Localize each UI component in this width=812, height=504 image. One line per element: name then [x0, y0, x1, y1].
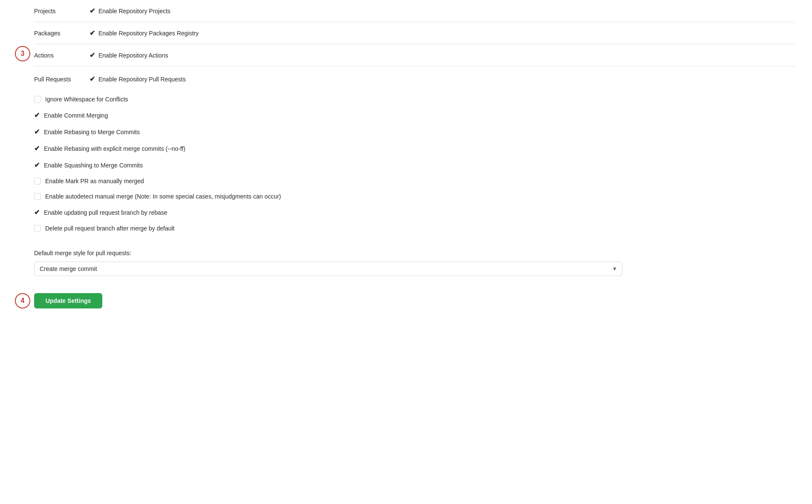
actions-checkbox-group[interactable]: ✔ Enable Repository Actions: [90, 51, 168, 59]
list-item[interactable]: Ignore Whitespace for Conflicts: [34, 92, 795, 107]
actions-checkbox-label: Enable Repository Actions: [98, 52, 168, 59]
option-1-checkbox[interactable]: ✔: [34, 111, 40, 119]
option-5-label: Enable Mark PR as manually merged: [45, 178, 144, 184]
option-0-label: Ignore Whitespace for Conflicts: [45, 96, 128, 103]
option-5-checkbox[interactable]: [34, 178, 41, 184]
packages-label: Packages: [34, 30, 90, 37]
list-item[interactable]: Enable autodetect manual merge (Note: In…: [34, 189, 795, 204]
option-2-checkbox[interactable]: ✔: [34, 128, 40, 136]
pr-label: Pull Requests: [34, 76, 90, 83]
packages-checkbox-label: Enable Repository Packages Registry: [98, 30, 199, 37]
merge-style-select[interactable]: Create merge commit Rebase Squash: [34, 262, 622, 276]
projects-check-icon: ✔: [90, 7, 95, 15]
list-item[interactable]: Enable Mark PR as manually merged: [34, 173, 795, 189]
update-settings-button[interactable]: Update Settings: [34, 293, 102, 308]
option-3-checkbox[interactable]: ✔: [34, 144, 40, 153]
actions-row: Actions ✔ Enable Repository Actions: [34, 44, 795, 66]
option-8-label: Delete pull request branch after merge b…: [45, 225, 175, 232]
list-item[interactable]: Delete pull request branch after merge b…: [34, 221, 795, 236]
option-4-checkbox[interactable]: ✔: [34, 161, 40, 169]
list-item[interactable]: ✔ Enable updating pull request branch by…: [34, 204, 795, 221]
list-item[interactable]: ✔ Enable Commit Merging: [34, 107, 795, 124]
option-4-label: Enable Squashing to Merge Commits: [44, 162, 143, 169]
option-6-label: Enable autodetect manual merge (Note: In…: [45, 193, 281, 200]
packages-checkbox-group[interactable]: ✔ Enable Repository Packages Registry: [90, 29, 199, 37]
option-6-checkbox[interactable]: [34, 193, 41, 200]
actions-footer: 4 Update Settings: [34, 283, 795, 319]
option-1-label: Enable Commit Merging: [44, 112, 108, 119]
projects-checkbox-label: Enable Repository Projects: [98, 8, 170, 14]
option-7-checkbox[interactable]: ✔: [34, 208, 40, 216]
packages-check-icon: ✔: [90, 29, 95, 37]
packages-row: Packages ✔ Enable Repository Packages Re…: [34, 22, 795, 44]
actions-label: Actions: [34, 52, 90, 59]
projects-row: Projects ✔ Enable Repository Projects: [34, 0, 795, 22]
badge-3: 3: [15, 46, 30, 61]
badge-4: 4: [15, 293, 30, 308]
merge-style-label: Default merge style for pull requests:: [34, 250, 795, 256]
actions-check-icon: ✔: [90, 51, 95, 59]
option-2-label: Enable Rebasing to Merge Commits: [44, 129, 140, 135]
list-item[interactable]: ✔ Enable Rebasing to Merge Commits: [34, 124, 795, 140]
merge-style-select-wrapper: Create merge commit Rebase Squash ▼: [34, 262, 622, 276]
projects-checkbox-group[interactable]: ✔ Enable Repository Projects: [90, 7, 170, 15]
option-7-label: Enable updating pull request branch by r…: [44, 209, 168, 216]
pull-requests-section: Pull Requests ✔ Enable Repository Pull R…: [34, 66, 795, 283]
merge-style-section: Default merge style for pull requests: C…: [34, 243, 795, 283]
option-8-checkbox[interactable]: [34, 225, 41, 232]
option-3-label: Enable Rebasing with explicit merge comm…: [44, 145, 185, 152]
projects-label: Projects: [34, 8, 90, 14]
pr-header-row: Pull Requests ✔ Enable Repository Pull R…: [34, 75, 795, 83]
list-item[interactable]: ✔ Enable Rebasing with explicit merge co…: [34, 140, 795, 157]
option-0-checkbox[interactable]: [34, 96, 41, 103]
pr-options-list: Ignore Whitespace for Conflicts ✔ Enable…: [34, 92, 795, 236]
pr-header-checkbox-label: Enable Repository Pull Requests: [98, 76, 186, 83]
pr-header-checkbox-group[interactable]: ✔ Enable Repository Pull Requests: [90, 75, 186, 83]
list-item[interactable]: ✔ Enable Squashing to Merge Commits: [34, 157, 795, 173]
pr-header-check-icon: ✔: [90, 75, 95, 83]
